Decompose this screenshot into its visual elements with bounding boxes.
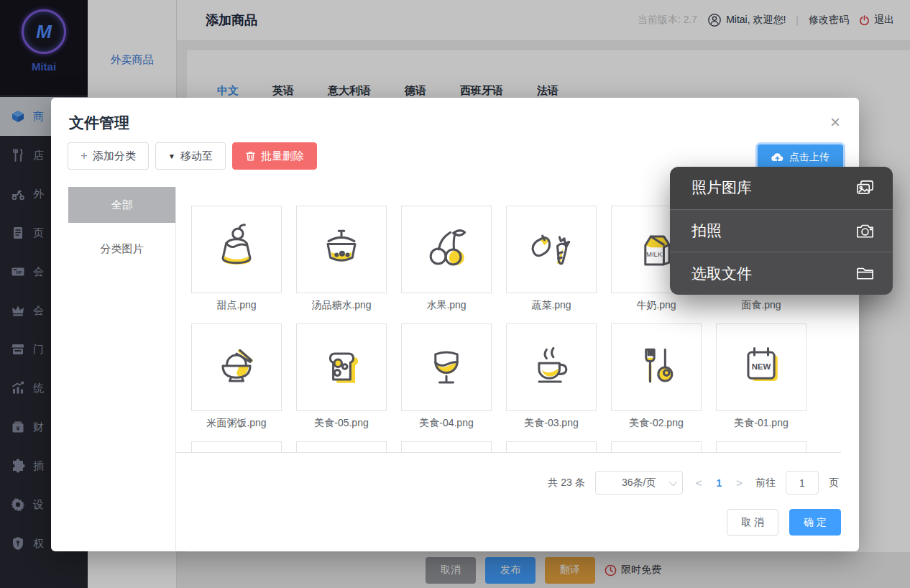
file-card[interactable]: 水果.png (401, 206, 492, 311)
menu-item-photo-library[interactable]: 照片图库 (670, 167, 893, 209)
menu-item-choose-file[interactable]: 选取文件 (670, 252, 893, 295)
vegetables-icon (506, 206, 597, 293)
file-card[interactable] (716, 441, 806, 453)
modal-cancel-button[interactable]: 取 消 (727, 509, 778, 536)
file-card[interactable]: 汤品糖水.png (296, 206, 387, 311)
upload-context-menu: 照片图库 拍照 选取文件 (670, 167, 893, 295)
file-name: 面食.png (716, 299, 806, 311)
glass-icon (401, 323, 492, 411)
file-card[interactable] (191, 441, 282, 453)
file-manager-modal: 文件管理 × + 添加分类 ▼ 移动至 批量删除 点击上传 全部 分类图片 (51, 98, 859, 551)
file-card[interactable]: 蔬菜.png (506, 206, 597, 311)
svg-text:MILK: MILK (646, 250, 663, 258)
add-category-button[interactable]: + 添加分类 (68, 142, 149, 170)
calendar-icon: NEW (716, 323, 806, 411)
file-name: 美食-03.png (506, 417, 597, 428)
file-name: 牛奶.png (611, 299, 702, 311)
file-card[interactable]: 美食-02.png (611, 323, 702, 428)
file-name: 美食-01.png (716, 417, 806, 428)
file-card[interactable]: 米面粥饭.png (191, 323, 282, 428)
page-size-select[interactable]: 36条/页 (595, 471, 683, 495)
choose-file-icon (855, 264, 875, 283)
goto-label: 前往 (755, 477, 776, 490)
file-name: 美食-04.png (401, 417, 492, 428)
file-name: 汤品糖水.png (296, 299, 387, 311)
cherries-icon (401, 206, 492, 293)
cup-icon (506, 323, 597, 411)
svg-text:NEW: NEW (752, 362, 771, 371)
file-card[interactable]: 美食-04.png (401, 323, 492, 428)
file-name: 美食-02.png (611, 417, 702, 428)
next-page-button[interactable]: > (733, 477, 745, 489)
file-card[interactable] (401, 441, 492, 453)
file-name: 米面粥饭.png (191, 417, 282, 428)
file-name: 美食-05.png (296, 417, 387, 428)
rice-bowl-icon (191, 323, 282, 411)
category-all[interactable]: 全部 (68, 187, 175, 223)
screen: M Mitai 商 店 外 页 VIP 会 (0, 0, 910, 588)
file-card[interactable] (506, 441, 597, 453)
file-card[interactable]: 美食-03.png (506, 323, 597, 428)
file-name: 蔬菜.png (506, 299, 597, 311)
file-card[interactable] (296, 441, 387, 453)
category-images[interactable]: 分类图片 (68, 242, 175, 256)
soup-pot-icon (296, 206, 387, 293)
plus-icon: + (81, 149, 88, 163)
camera-icon (855, 221, 875, 241)
toast-icon (296, 323, 387, 411)
trash-icon (245, 150, 256, 162)
upload-button[interactable]: 点击上传 (758, 144, 843, 170)
page-unit-label: 页 (829, 477, 839, 490)
file-card[interactable] (611, 441, 702, 453)
modal-toolbar: + 添加分类 ▼ 移动至 批量删除 (68, 142, 317, 170)
file-card[interactable]: 美食-05.png (296, 323, 387, 428)
menu-item-take-photo[interactable]: 拍照 (670, 209, 893, 252)
pagination: 共 23 条 36条/页 < 1 > 前往 页 (548, 471, 839, 495)
modal-confirm-button[interactable]: 确 定 (789, 509, 841, 536)
prev-page-button[interactable]: < (693, 477, 705, 489)
pudding-icon (191, 206, 282, 293)
move-to-button[interactable]: ▼ 移动至 (155, 142, 226, 170)
close-icon[interactable]: × (830, 114, 840, 131)
current-page[interactable]: 1 (714, 477, 723, 489)
file-card[interactable]: NEW 美食-01.png (716, 323, 806, 428)
file-name: 水果.png (401, 299, 492, 311)
category-panel: 全部 分类图片 (68, 187, 176, 551)
utensil-set-icon (611, 323, 702, 411)
cloud-upload-icon (771, 152, 783, 162)
goto-page-input[interactable] (786, 471, 819, 495)
file-name: 甜点.png (191, 299, 282, 311)
batch-delete-button[interactable]: 批量删除 (232, 142, 317, 170)
chevron-down-icon (668, 478, 676, 486)
total-count: 共 23 条 (548, 477, 584, 490)
caret-down-icon: ▼ (168, 152, 175, 160)
modal-title: 文件管理 (69, 113, 129, 133)
photo-library-icon (855, 178, 875, 198)
file-card[interactable]: 甜点.png (191, 206, 282, 311)
modal-footer: 取 消 确 定 (727, 509, 841, 536)
